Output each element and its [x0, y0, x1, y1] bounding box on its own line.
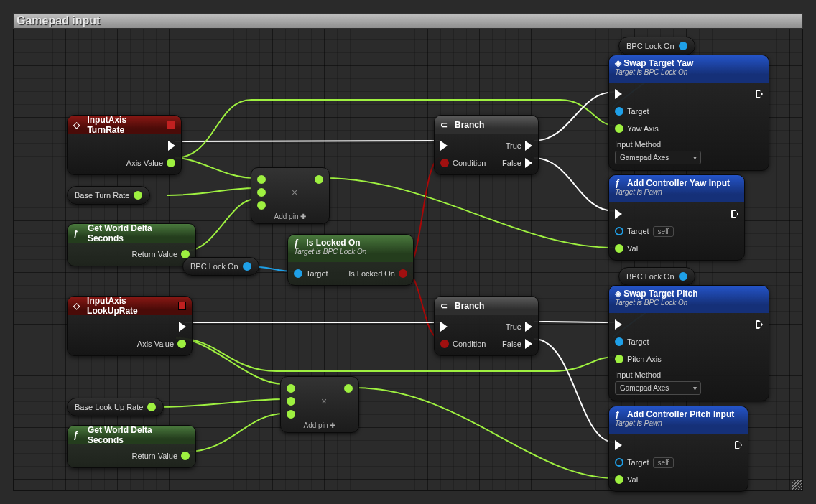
pin-out[interactable]	[147, 403, 156, 411]
is-locked-on-pin[interactable]: Is Locked On	[348, 268, 407, 279]
pin-out[interactable]	[344, 384, 353, 393]
node-subtitle: Target is BPC Lock On	[615, 68, 763, 76]
exec-in-pin[interactable]	[440, 321, 486, 332]
condition-pin[interactable]: Condition	[440, 338, 486, 350]
diamond-icon: ◈	[615, 58, 621, 68]
exec-in-pin[interactable]	[615, 208, 674, 220]
add-pin-button[interactable]: Add pin ✚	[257, 213, 323, 220]
pitch-axis-pin[interactable]: Pitch Axis	[615, 353, 701, 365]
function-icon	[615, 178, 625, 188]
node-branch-1[interactable]: Branch Condition True False	[434, 115, 539, 175]
pin-c[interactable]	[287, 410, 295, 419]
true-pin[interactable]: True	[506, 140, 532, 151]
exec-in-pin[interactable]	[615, 319, 701, 330]
var-base-look-up-rate[interactable]: Base Look Up Rate	[67, 398, 164, 416]
var-bpc-lock-on-bottom[interactable]: BPC Lock On	[618, 267, 695, 286]
node-swap-target-yaw[interactable]: ◈ Swap Target Yaw Target is BPC Lock On …	[608, 55, 769, 171]
node-subtitle: Target is Pawn	[615, 419, 742, 427]
node-inputaxis-lookuprate[interactable]: InputAxis LookUpRate Axis Value	[67, 296, 193, 356]
true-pin[interactable]: True	[506, 321, 532, 332]
node-is-locked-on[interactable]: Is Locked On Target is BPC Lock On Targe…	[287, 234, 414, 286]
exec-in-pin[interactable]	[440, 140, 486, 151]
node-header: ◈ Swap Target Pitch Target is BPC Lock O…	[609, 286, 769, 313]
exec-out-pin[interactable]	[756, 88, 763, 100]
pin-out[interactable]	[134, 191, 142, 200]
axis-value-pin[interactable]: Axis Value	[137, 338, 186, 350]
event-icon	[73, 301, 83, 311]
target-pin[interactable]: Target	[294, 268, 328, 279]
node-title: Get World Delta Seconds	[88, 223, 190, 243]
input-method-pin[interactable]: Input Method Gamepad Axes	[615, 370, 701, 395]
axis-value-pin[interactable]: Axis Value	[126, 157, 175, 169]
function-icon	[294, 238, 304, 248]
exec-out-pin[interactable]	[168, 140, 175, 151]
input-method-dropdown[interactable]: Gamepad Axes	[615, 151, 701, 164]
plus-icon: ✚	[300, 213, 306, 220]
comment-title: Gamepad input	[17, 14, 100, 27]
add-pin-button[interactable]: Add pin ✚	[287, 421, 353, 429]
var-bpc-lock-on-top[interactable]: BPC Lock On	[618, 37, 695, 55]
comment-title-bar[interactable]: Gamepad input	[13, 13, 803, 29]
diamond-icon: ◈	[615, 289, 621, 299]
pin-out[interactable]	[315, 175, 323, 184]
resize-grip[interactable]	[792, 480, 802, 490]
yaw-axis-pin[interactable]: Yaw Axis	[615, 123, 701, 134]
val-pin[interactable]: Val	[615, 243, 674, 254]
node-header: InputAxis LookUpRate	[68, 297, 192, 315]
exec-in-pin[interactable]	[615, 88, 701, 100]
condition-pin[interactable]: Condition	[440, 157, 486, 169]
var-label: BPC Lock On	[626, 272, 674, 281]
pin-a[interactable]	[257, 175, 266, 184]
exec-in-pin[interactable]	[615, 439, 674, 451]
node-branch-2[interactable]: Branch Condition True False	[434, 296, 539, 356]
target-pin[interactable]: Targetself	[615, 225, 674, 237]
function-icon	[615, 409, 625, 419]
exec-out-pin[interactable]	[179, 321, 186, 332]
false-pin[interactable]: False	[502, 338, 532, 350]
exec-out-pin[interactable]	[735, 439, 742, 451]
input-method-pin[interactable]: Input Method Gamepad Axes	[615, 140, 701, 164]
pin-out[interactable]	[243, 262, 251, 271]
breakpoint-icon[interactable]	[167, 121, 175, 129]
pin-out[interactable]	[679, 272, 687, 281]
var-label: BPC Lock On	[190, 262, 238, 271]
node-get-world-delta-seconds-2[interactable]: Get World Delta Seconds Return Value	[67, 425, 196, 468]
pin-c[interactable]	[257, 201, 266, 210]
plus-icon: ✚	[330, 421, 335, 429]
node-swap-target-pitch[interactable]: ◈ Swap Target Pitch Target is BPC Lock O…	[608, 285, 769, 401]
node-header: Branch	[435, 297, 538, 315]
false-pin[interactable]: False	[502, 157, 532, 169]
exec-out-pin[interactable]	[731, 208, 738, 220]
val-pin[interactable]: Val	[615, 474, 674, 485]
target-pin[interactable]: Target	[615, 336, 701, 347]
breakpoint-icon[interactable]	[178, 302, 186, 310]
node-header: Get World Delta Seconds	[68, 224, 195, 243]
node-add-controller-pitch-input[interactable]: Add Controller Pitch Input Target is Paw…	[608, 406, 748, 492]
node-header: Add Controller Yaw Input Target is Pawn	[609, 175, 744, 202]
function-icon	[73, 228, 83, 238]
exec-out-pin[interactable]	[756, 319, 763, 330]
target-pin[interactable]: Target	[615, 106, 701, 117]
pin-a[interactable]	[287, 384, 295, 393]
pin-b[interactable]	[257, 188, 266, 197]
return-value-pin[interactable]: Return Value	[132, 450, 190, 462]
node-title: InputAxis TurnRate	[87, 115, 162, 135]
self-badge: self	[653, 226, 674, 237]
input-method-dropdown[interactable]: Gamepad Axes	[615, 381, 701, 395]
node-get-world-delta-seconds-1[interactable]: Get World Delta Seconds Return Value	[67, 223, 196, 266]
node-multiply-2[interactable]: × Add pin ✚	[280, 376, 359, 433]
node-title: Branch	[455, 120, 484, 130]
pin-out[interactable]	[679, 42, 687, 50]
node-multiply-1[interactable]: × Add pin ✚	[251, 167, 330, 224]
node-header: Get World Delta Seconds	[68, 426, 195, 444]
var-base-turn-rate[interactable]: Base Turn Rate	[67, 186, 150, 205]
multiply-icon: ×	[292, 187, 297, 198]
var-bpc-lock-on-mid[interactable]: BPC Lock On	[182, 257, 259, 276]
branch-icon	[440, 120, 450, 130]
node-add-controller-yaw-input[interactable]: Add Controller Yaw Input Target is Pawn …	[608, 174, 745, 261]
return-value-pin[interactable]: Return Value	[132, 248, 190, 260]
node-inputaxis-turnrate[interactable]: InputAxis TurnRate Axis Value	[67, 115, 182, 175]
pin-b[interactable]	[287, 397, 295, 406]
node-header: Branch	[435, 116, 538, 134]
target-pin[interactable]: Targetself	[615, 457, 674, 468]
